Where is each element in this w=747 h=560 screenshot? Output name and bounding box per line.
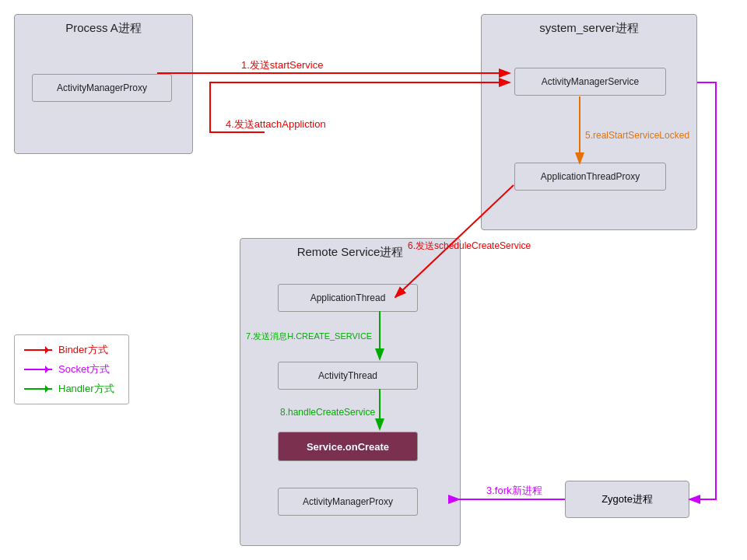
- legend-item-binder: Binder方式: [24, 343, 114, 357]
- activity-manager-proxy-2: ActivityManagerProxy: [278, 488, 418, 516]
- application-thread-proxy: ApplicationThreadProxy: [514, 163, 666, 191]
- socket-arrow-icon: [24, 369, 52, 370]
- arrow-1-label: 1.发送startService: [241, 59, 323, 71]
- remote-service-label: Remote Service进程: [297, 245, 404, 260]
- system-server-box: system_server进程 ActivityManagerService A…: [481, 14, 697, 230]
- legend-item-socket: Socket方式: [24, 362, 114, 376]
- binder-label: Binder方式: [58, 343, 108, 357]
- legend-item-handler: Handler方式: [24, 382, 114, 396]
- system-server-label: system_server进程: [539, 21, 639, 36]
- activity-manager-proxy-1: ActivityManagerProxy: [32, 74, 172, 102]
- handler-arrow-icon: [24, 388, 52, 390]
- application-thread: ApplicationThread: [278, 284, 418, 312]
- legend: Binder方式 Socket方式 Handler方式: [14, 334, 129, 404]
- process-a-label: Process A进程: [65, 21, 142, 36]
- activity-thread: ActivityThread: [278, 362, 418, 390]
- zygote-label: Zygote进程: [601, 492, 653, 506]
- process-a-box: Process A进程 ActivityManagerProxy: [14, 14, 193, 154]
- service-oncreate: Service.onCreate: [278, 432, 418, 461]
- socket-label: Socket方式: [58, 362, 110, 376]
- arrow-3-label: 3.fork新进程: [486, 485, 542, 496]
- arrow-4: [210, 82, 510, 132]
- remote-service-box: Remote Service进程 ApplicationThread Activ…: [240, 238, 461, 546]
- zygote-box: Zygote进程: [565, 481, 689, 518]
- arrow-4-label: 4.发送attachAppliction: [226, 118, 326, 130]
- activity-manager-service: ActivityManagerService: [514, 68, 666, 96]
- handler-label: Handler方式: [58, 382, 114, 396]
- diagram: Process A进程 ActivityManagerProxy system_…: [0, 0, 747, 560]
- binder-arrow-icon: [24, 349, 52, 351]
